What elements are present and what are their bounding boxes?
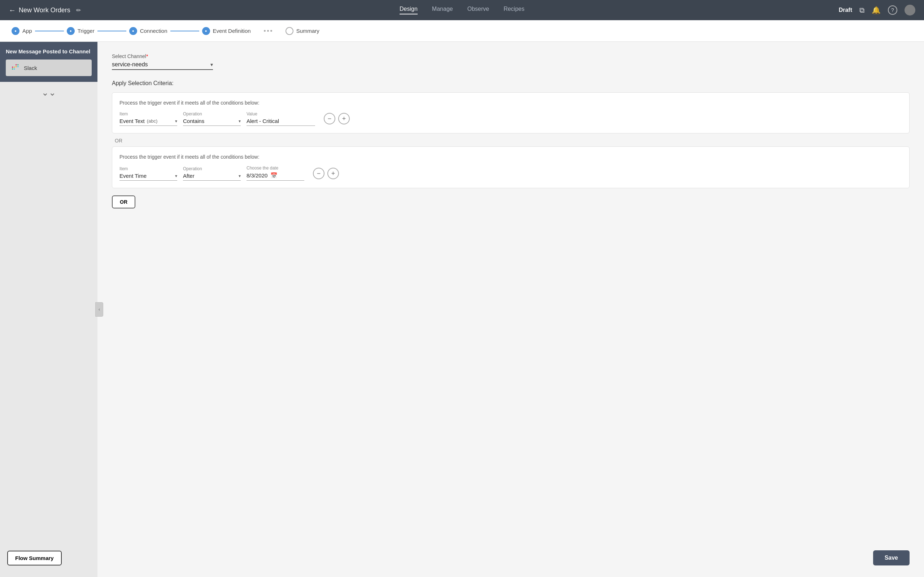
main-layout: New Message Posted to Channel	[0, 42, 924, 577]
tab-observe[interactable]: Observe	[467, 6, 489, 15]
step-event-def[interactable]: Event Definition	[202, 27, 251, 35]
content-area: Select Channel* service-needs ▾ Apply Se…	[97, 42, 924, 577]
item-arrow-icon-2: ▾	[175, 174, 177, 179]
item-select-1[interactable]: Event Text (abc) ▾	[120, 118, 177, 126]
value-input-1[interactable]	[247, 118, 315, 126]
selection-criteria-title: Apply Selection Criteria:	[112, 80, 909, 87]
back-button[interactable]: ← New Work Orders ✏	[9, 6, 81, 15]
sidebar-chevron[interactable]: ⌄⌄	[0, 82, 97, 103]
condition-block-2: Process the trigger event if it meets al…	[112, 147, 909, 188]
flow-summary-button[interactable]: Flow Summary	[7, 551, 62, 566]
operation-value-2: After	[183, 173, 195, 179]
help-icon[interactable]: ?	[888, 5, 897, 15]
calendar-icon-2: 📅	[270, 172, 278, 179]
condition-actions-1: − +	[324, 113, 350, 124]
condition-actions-2: − +	[313, 168, 339, 179]
step-circle-trigger	[67, 27, 75, 35]
svg-rect-4	[16, 64, 17, 66]
svg-rect-5	[16, 66, 17, 68]
channel-dropdown-arrow-icon: ▾	[210, 62, 213, 68]
condition-desc-2: Process the trigger event if it meets al…	[120, 154, 902, 160]
operation-select-2[interactable]: After ▾	[183, 173, 241, 181]
app-title: New Work Orders	[19, 6, 70, 14]
slack-item[interactable]: Slack	[6, 60, 92, 76]
external-link-icon[interactable]: ⧉	[859, 6, 864, 15]
step-label-event-def: Event Definition	[213, 28, 251, 34]
item-select-2[interactable]: Event Time ▾	[120, 173, 177, 181]
dot2	[267, 30, 269, 32]
condition-field-value-1: Value	[247, 111, 315, 126]
svg-rect-1	[14, 67, 15, 68]
remove-condition-2-button[interactable]: −	[313, 168, 325, 179]
item-arrow-icon-1: ▾	[175, 119, 177, 124]
condition-field-date-2: Choose the date 8/3/2020 📅	[247, 166, 304, 181]
operation-label-2: Operation	[183, 166, 241, 171]
step-label-summary: Summary	[296, 28, 320, 34]
operation-value-1: Contains	[183, 118, 204, 124]
svg-rect-6	[17, 64, 19, 66]
condition-block-1: Process the trigger event if it meets al…	[112, 92, 909, 134]
condition-field-operation-2: Operation After ▾	[183, 166, 241, 181]
condition-field-item-2: Item Event Time ▾	[120, 166, 177, 181]
operation-label-1: Operation	[183, 111, 241, 116]
step-trigger[interactable]: Trigger	[67, 27, 95, 35]
condition-desc-1: Process the trigger event if it meets al…	[120, 100, 902, 106]
edit-icon[interactable]: ✏	[76, 7, 81, 14]
top-nav: ← New Work Orders ✏ Design Manage Observ…	[0, 0, 924, 20]
user-avatar-icon[interactable]	[905, 5, 915, 16]
value-label-1: Value	[247, 111, 315, 116]
tab-recipes[interactable]: Recipes	[504, 6, 525, 15]
date-input-2[interactable]: 8/3/2020 📅	[247, 172, 304, 181]
add-condition-2-button[interactable]: +	[327, 168, 339, 179]
back-arrow-icon: ←	[9, 6, 16, 15]
item-sub-value-1: (abc)	[147, 118, 158, 124]
sidebar-trigger-title: New Message Posted to Channel	[6, 48, 92, 55]
tab-manage[interactable]: Manage	[432, 6, 453, 15]
center-tabs: Design Manage Observe Recipes	[399, 6, 525, 15]
date-value-2: 8/3/2020	[247, 172, 267, 179]
step-app[interactable]: App	[11, 27, 32, 35]
channel-select-value: service-needs	[112, 61, 210, 68]
item-label-2: Item	[120, 166, 177, 171]
step-circle-summary	[286, 27, 294, 35]
condition-row-2: Item Event Time ▾ Operation After ▾ Choo…	[120, 166, 902, 181]
step-connector-3	[170, 31, 199, 31]
svg-rect-0	[12, 67, 13, 68]
item-value-1: Event Text	[120, 118, 145, 124]
sidebar-trigger-card: New Message Posted to Channel	[0, 42, 97, 82]
dot1	[264, 30, 266, 32]
date-label-2: Choose the date	[247, 166, 304, 171]
required-star: *	[146, 53, 148, 59]
or-button[interactable]: OR	[112, 195, 135, 208]
slack-name: Slack	[24, 65, 37, 71]
step-label-app: App	[23, 28, 32, 34]
save-button[interactable]: Save	[873, 550, 909, 566]
item-value-2: Event Time	[120, 173, 147, 179]
condition-row-1: Item Event Text (abc) ▾ Operation Contai…	[120, 111, 902, 126]
step-summary[interactable]: Summary	[286, 27, 320, 35]
condition-field-operation-1: Operation Contains ▾	[183, 111, 241, 126]
step-circle-connection	[129, 27, 137, 35]
operation-arrow-icon-2: ▾	[239, 174, 241, 179]
step-connection[interactable]: Connection	[129, 27, 168, 35]
dot3	[270, 30, 272, 32]
step-connector-2	[97, 31, 126, 31]
operation-select-1[interactable]: Contains ▾	[183, 118, 241, 126]
right-actions: Draft ⧉ 🔔 ?	[839, 5, 915, 16]
add-condition-1-button[interactable]: +	[338, 113, 350, 124]
channel-select[interactable]: service-needs ▾	[112, 61, 213, 70]
item-label-1: Item	[120, 111, 177, 116]
select-channel-label: Select Channel*	[112, 53, 909, 59]
tab-design[interactable]: Design	[399, 6, 418, 15]
sidebar: New Message Posted to Channel	[0, 42, 97, 577]
remove-condition-1-button[interactable]: −	[324, 113, 335, 124]
or-separator: OR	[115, 138, 909, 143]
sidebar-toggle-button[interactable]: ‹	[95, 302, 103, 317]
step-connector-dots	[254, 31, 283, 31]
step-circle-event-def	[202, 27, 210, 35]
bell-icon[interactable]: 🔔	[872, 6, 881, 15]
svg-rect-2	[12, 69, 13, 70]
condition-field-item-1: Item Event Text (abc) ▾	[120, 111, 177, 126]
svg-rect-7	[17, 66, 19, 68]
draft-badge: Draft	[839, 7, 852, 13]
